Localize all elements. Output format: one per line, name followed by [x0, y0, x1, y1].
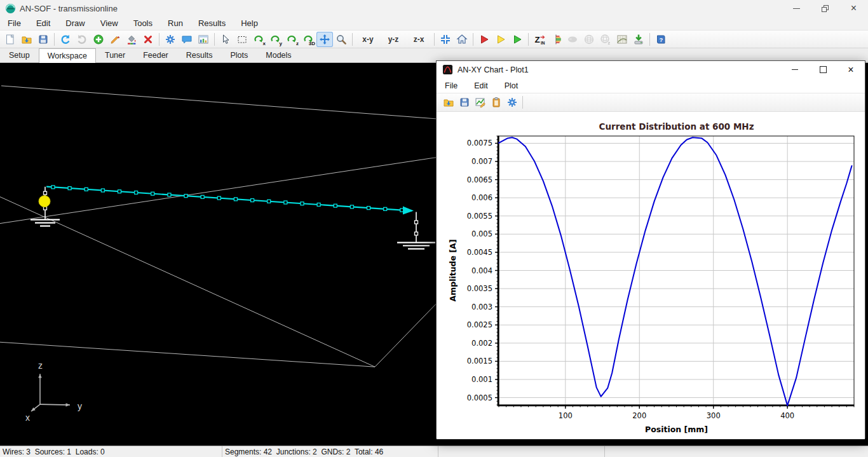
svg-text:0.0055: 0.0055: [467, 212, 492, 221]
preferences-button[interactable]: [162, 32, 179, 47]
rotate-3d-button[interactable]: 3D: [300, 32, 316, 47]
tab-results[interactable]: Results: [177, 48, 222, 62]
chart-open-button[interactable]: [440, 95, 456, 110]
undo-button[interactable]: [57, 32, 74, 47]
new-document-button[interactable]: [2, 32, 18, 47]
menu-draw[interactable]: Draw: [58, 17, 92, 30]
data-table-button[interactable]: [195, 32, 212, 47]
tab-setup[interactable]: Setup: [0, 48, 39, 62]
radiation-pattern-icon: [583, 34, 595, 45]
svg-text:0.0065: 0.0065: [467, 175, 492, 184]
status-panel-0: Wires: 3 Sources: 1 Loads: 0: [0, 446, 222, 457]
plot-current-distribution-button[interactable]: [548, 32, 564, 47]
minimize-button[interactable]: [782, 0, 811, 17]
select-tool-icon: [220, 34, 231, 45]
input-impedance-button[interactable]: ZIN: [531, 32, 548, 47]
tab-tuner[interactable]: Tuner: [96, 48, 134, 62]
preferences-icon: [165, 34, 176, 45]
zoom-tool-button[interactable]: [333, 32, 349, 47]
edit-object-button[interactable]: [107, 32, 123, 47]
radiation-pattern-button: [581, 32, 597, 47]
toolbar-separator: [352, 33, 353, 46]
source-marker[interactable]: [39, 196, 50, 207]
delete-button[interactable]: [140, 32, 156, 47]
chart-maximize-button[interactable]: [809, 61, 837, 78]
svg-text:0.0005: 0.0005: [467, 393, 492, 402]
pan-tool-button[interactable]: [316, 32, 333, 47]
tab-plots[interactable]: Plots: [221, 48, 257, 62]
view-yz-button[interactable]: y-z: [381, 32, 406, 47]
an-xy-chart-window[interactable]: AN-XY Chart - Plot1 × FileEditPlot 0.000…: [436, 60, 865, 439]
open-file-icon: [21, 34, 32, 45]
smith-chart-button[interactable]: [614, 32, 630, 47]
help-button[interactable]: ?: [653, 32, 669, 47]
chart-menu-file[interactable]: File: [437, 81, 466, 90]
tab-workspace[interactable]: Workspace: [39, 48, 96, 63]
menu-help[interactable]: Help: [233, 17, 266, 30]
zoom-extents-button[interactable]: [437, 32, 454, 47]
menu-edit[interactable]: Edit: [29, 17, 58, 30]
menu-file[interactable]: File: [0, 17, 29, 30]
svg-text:100: 100: [559, 411, 573, 420]
select-tool-button[interactable]: [217, 32, 234, 47]
svg-text:IN: IN: [541, 40, 545, 44]
export-results-button[interactable]: [630, 32, 647, 47]
chart-copy-button[interactable]: [488, 95, 504, 110]
chart-menu-edit[interactable]: Edit: [466, 81, 496, 90]
svg-text:0.006: 0.006: [471, 193, 492, 202]
toolbar-separator: [522, 96, 523, 109]
view-xy-button[interactable]: x-y: [355, 32, 381, 47]
tab-models[interactable]: Models: [257, 48, 300, 62]
toolbar-separator: [434, 33, 435, 46]
ground-symbol-1: [31, 220, 60, 226]
svg-text:0.0075: 0.0075: [467, 139, 492, 147]
run-far-field-button[interactable]: [492, 32, 509, 47]
main-toolbar: xyz3Dx-yy-zz-xZINz?: [0, 30, 868, 48]
color-fill-button[interactable]: [123, 32, 140, 47]
run-currents-button[interactable]: [476, 32, 492, 47]
menu-tools[interactable]: Tools: [126, 17, 160, 30]
tab-feeder[interactable]: Feeder: [134, 48, 177, 62]
plot-current-distribution-icon: [550, 34, 562, 45]
chart-save-icon: [459, 97, 470, 108]
chart-save-button[interactable]: [456, 95, 472, 110]
run-all-button[interactable]: [509, 32, 526, 47]
menu-view[interactable]: View: [93, 17, 126, 30]
initial-view-button[interactable]: [454, 32, 470, 47]
rotate-y-button[interactable]: y: [267, 32, 283, 47]
svg-text:0.0015: 0.0015: [467, 357, 492, 365]
menu-run[interactable]: Run: [160, 17, 191, 30]
add-object-button[interactable]: [90, 32, 107, 47]
edit-object-icon: [109, 34, 121, 45]
notes-icon: [181, 34, 193, 45]
notes-button[interactable]: [179, 32, 195, 47]
rotate-x-button[interactable]: x: [250, 32, 267, 47]
restore-button[interactable]: [811, 0, 839, 17]
chart-title: Current Distribution at 600 MHz: [599, 121, 754, 132]
right-vertical-wire[interactable]: [415, 212, 418, 243]
chart-settings-button[interactable]: [504, 95, 520, 110]
svg-text:z: z: [608, 40, 611, 45]
menu-results[interactable]: Results: [191, 17, 233, 30]
close-button[interactable]: ×: [839, 0, 868, 17]
selection-box-button[interactable]: [234, 32, 250, 47]
transmission-line-wire[interactable]: [46, 186, 414, 215]
chart-minimize-button[interactable]: [781, 61, 809, 78]
svg-text:0.004: 0.004: [471, 266, 492, 275]
chart-close-button[interactable]: ×: [837, 61, 865, 78]
z-axis-label: z: [38, 360, 43, 371]
save-button[interactable]: [35, 32, 51, 47]
open-file-button[interactable]: [18, 32, 35, 47]
svg-text:0.007: 0.007: [471, 157, 492, 166]
axes-triad: zyx: [25, 360, 82, 423]
svg-text:0.0045: 0.0045: [467, 248, 492, 257]
svg-text:200: 200: [632, 411, 646, 420]
zoom-tool-icon: [336, 34, 347, 45]
view-zx-button[interactable]: z-x: [406, 32, 431, 47]
new-document-icon: [4, 34, 16, 45]
chart-edit-button[interactable]: [472, 95, 488, 110]
svg-text:?: ?: [660, 36, 663, 43]
chart-menu-plot[interactable]: Plot: [496, 81, 527, 90]
rotate-z-button[interactable]: z: [283, 32, 300, 47]
chart-titlebar: AN-XY Chart - Plot1 ×: [437, 61, 865, 78]
